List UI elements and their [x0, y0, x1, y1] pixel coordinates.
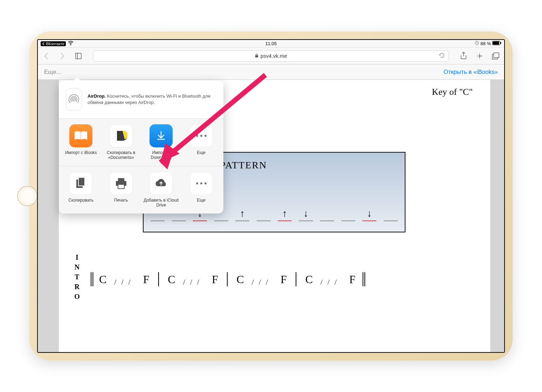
- reload-icon[interactable]: [439, 52, 445, 59]
- more-link[interactable]: Еще...: [44, 69, 61, 76]
- airdrop-text: AirDrop. Коснитесь, чтобы включить Wi-Fi…: [88, 93, 216, 106]
- url-bar[interactable]: psv4.vk.me: [93, 50, 449, 62]
- downloads-icon: [150, 124, 173, 147]
- orientation-lock-icon: [475, 41, 479, 46]
- bookmarks-button[interactable]: [74, 51, 83, 61]
- svg-rect-3: [493, 42, 499, 45]
- documents-icon: [110, 124, 133, 147]
- share-app-downloads[interactable]: Импорт с Downloads: [143, 124, 180, 160]
- svg-point-9: [73, 99, 75, 100]
- share-button[interactable]: [459, 51, 468, 61]
- svg-point-12: [204, 135, 207, 137]
- ibooks-icon: [69, 124, 92, 147]
- svg-point-10: [196, 135, 198, 137]
- svg-rect-5: [255, 55, 258, 57]
- ipad-frame: ВКонтакте 11:05 88 %: [29, 31, 513, 360]
- svg-rect-4: [500, 42, 501, 44]
- status-bar: ВКонтакте 11:05 88 %: [38, 40, 504, 48]
- svg-rect-16: [118, 178, 124, 182]
- document-action-bar: Еще... Открыть в «iBooks»: [38, 64, 504, 80]
- airdrop-section[interactable]: AirDrop. Коснитесь, чтобы включить Wi-Fi…: [59, 80, 223, 119]
- airdrop-icon: [66, 88, 82, 111]
- back-button[interactable]: [41, 51, 51, 61]
- share-action-icloud[interactable]: Добавить в iCloud Drive: [143, 172, 180, 208]
- lock-icon: [255, 53, 258, 59]
- new-tab-button[interactable]: [475, 51, 485, 61]
- share-action-row: Скопировать Печать Добавить в iCloud Dri…: [59, 166, 223, 214]
- status-time: 11:05: [265, 41, 277, 46]
- more-icon: [190, 124, 213, 147]
- svg-rect-7: [494, 53, 499, 58]
- svg-point-18: [196, 182, 198, 184]
- share-action-print[interactable]: Печать: [103, 172, 140, 208]
- battery-percent: 88 %: [480, 41, 491, 46]
- tabs-button[interactable]: [491, 51, 501, 61]
- chord-sequence: || C/// F | C/// F | C/// F | C/// F ||: [91, 269, 363, 287]
- back-to-app[interactable]: ВКонтакте: [41, 41, 66, 46]
- safari-toolbar: psv4.vk.me: [38, 48, 504, 64]
- intro-row: INTRO || C/// F | C/// F | C/// F | C///…: [73, 253, 476, 302]
- copy-icon: [69, 172, 92, 195]
- svg-point-20: [204, 182, 207, 184]
- share-sheet: AirDrop. Коснитесь, чтобы включить Wi-Fi…: [59, 80, 223, 214]
- svg-point-0: [70, 44, 71, 45]
- more-icon: [190, 172, 213, 195]
- back-app-label: ВКонтакте: [46, 42, 64, 46]
- forward-button[interactable]: [57, 51, 67, 61]
- share-action-copy[interactable]: Скопировать: [62, 172, 100, 208]
- share-app-documents[interactable]: Скопировать в «Documents»: [103, 124, 140, 160]
- url-host: psv4.vk.me: [260, 53, 287, 59]
- screen: ВКонтакте 11:05 88 %: [37, 39, 505, 353]
- doc-key-label: Key of "C": [432, 87, 473, 97]
- svg-point-19: [200, 182, 202, 184]
- icloud-upload-icon: [150, 172, 173, 195]
- svg-rect-17: [118, 184, 124, 189]
- share-action-more[interactable]: Еще: [183, 172, 220, 208]
- svg-point-11: [200, 135, 202, 137]
- wifi-icon: [68, 41, 74, 46]
- open-in-ibooks-link[interactable]: Открыть в «iBooks»: [444, 69, 498, 76]
- battery-icon: [492, 41, 501, 46]
- home-button[interactable]: [17, 186, 37, 206]
- print-icon: [110, 172, 133, 195]
- share-app-row: Импорт с iBooks Скопировать в «Documents…: [59, 119, 223, 166]
- share-app-ibooks[interactable]: Импорт с iBooks: [62, 124, 100, 160]
- svg-rect-14: [78, 177, 85, 186]
- intro-label: INTRO: [73, 253, 81, 302]
- share-app-more[interactable]: Еще: [183, 124, 220, 160]
